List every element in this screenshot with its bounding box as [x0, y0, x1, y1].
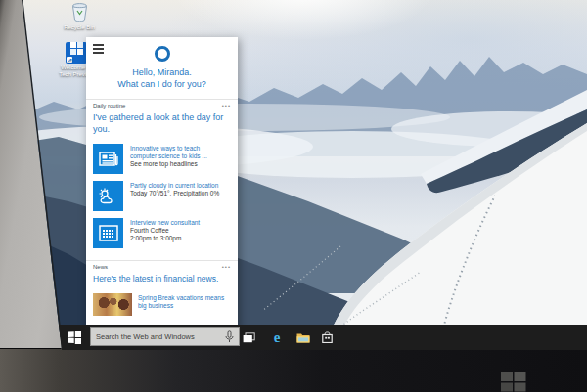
task-view-icon — [243, 332, 255, 343]
section-label: Daily routine — [93, 103, 125, 109]
search-input[interactable] — [91, 332, 225, 341]
section-menu-button[interactable]: ••• — [222, 264, 231, 270]
taskbar-search — [90, 327, 240, 346]
news-item[interactable]: Spring Break vacations means big busines… — [86, 290, 238, 319]
cortana-ring-icon — [155, 46, 170, 62]
card-calendar[interactable]: Interview new consultant Fourth Coffee 2… — [86, 214, 238, 251]
store-icon — [322, 331, 333, 343]
card-title: computer science to kids ... — [130, 152, 207, 160]
news-item-title: Spring Break vacations means — [138, 294, 224, 302]
hamburger-menu-icon[interactable] — [93, 44, 104, 56]
card-subtitle: 2:00pm to 3:00pm — [130, 235, 200, 242]
card-subtitle: Fourth Coffee — [130, 227, 200, 235]
calendar-icon — [93, 218, 123, 248]
card-title: Partly cloudy in current location — [130, 182, 219, 190]
cortana-panel: Hello, Miranda. What can I do for you? D… — [86, 37, 238, 330]
windows-bezel-logo-icon — [501, 372, 526, 392]
start-button[interactable] — [61, 325, 88, 350]
internet-explorer-icon: e — [274, 330, 281, 345]
cortana-greeting: Hello, Miranda. What can I do for you? — [86, 66, 238, 90]
desktop-icon-label: Recycle Bin — [64, 24, 95, 30]
recycle-bin-icon — [60, 2, 99, 23]
monitor-bottom-bezel — [0, 348, 587, 392]
desktop-icon-recycle-bin[interactable]: Recycle Bin — [60, 2, 99, 31]
weather-partly-cloudy-icon — [93, 181, 123, 211]
shortcut-arrow-icon: ↗ — [67, 57, 72, 63]
card-weather[interactable]: Partly cloudy in current location Today … — [86, 177, 238, 214]
section-news: News ••• — [86, 260, 238, 272]
store-button[interactable] — [316, 325, 338, 350]
news-intro-text: Here's the latest in financial news. — [86, 272, 233, 290]
section-menu-button[interactable]: ••• — [222, 103, 231, 109]
windows-start-icon — [68, 331, 81, 344]
card-news-headline[interactable]: Innovative ways to teach computer scienc… — [86, 140, 238, 177]
screen: Recycle Bin ↗ Welcome to Tech Preview He… — [0, 0, 587, 392]
internet-explorer-button[interactable]: e — [266, 325, 288, 350]
section-label: News — [93, 264, 108, 270]
file-explorer-icon — [296, 332, 310, 343]
task-view-button[interactable] — [238, 325, 259, 350]
news-icon — [93, 144, 123, 174]
taskbar: e — [0, 325, 587, 350]
daily-intro-text: I've gathered a look at the day for you. — [86, 110, 233, 140]
file-explorer-button[interactable] — [293, 325, 314, 350]
card-title: Innovative ways to teach — [130, 145, 207, 152]
section-daily-routine: Daily routine ••• — [86, 99, 238, 110]
card-title: Interview new consultant — [130, 219, 200, 227]
card-subtitle: Today 70°/51°, Precipitation 0% — [130, 190, 219, 197]
photo-of-monitor: Recycle Bin ↗ Welcome to Tech Preview He… — [0, 0, 587, 392]
news-item-title: big business — [138, 302, 224, 310]
microphone-icon[interactable] — [225, 330, 234, 343]
news-thumbnail — [93, 293, 132, 316]
card-subtitle: See more top headlines — [130, 160, 207, 168]
windows-tile-icon: ↗ — [66, 42, 87, 64]
